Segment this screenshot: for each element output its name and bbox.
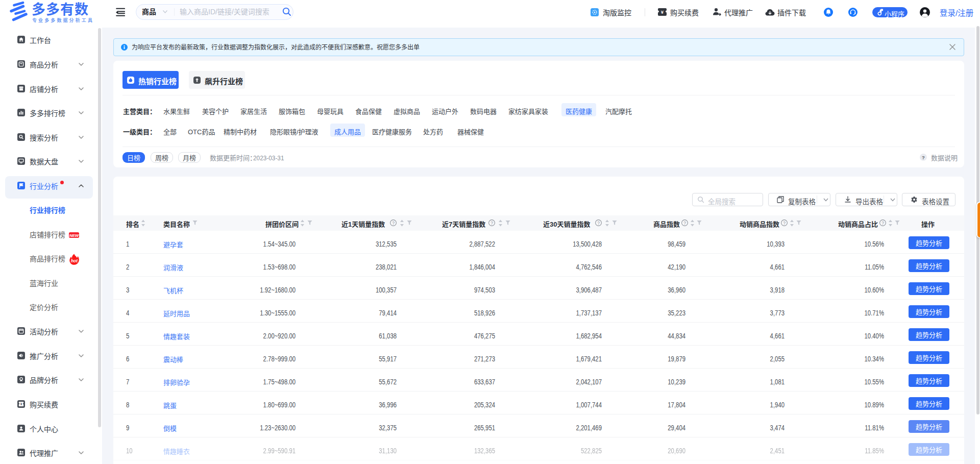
svg-text:?: ? xyxy=(597,221,600,226)
svg-text:?: ? xyxy=(491,221,493,226)
svg-text:?: ? xyxy=(922,155,925,160)
svg-text:¥: ¥ xyxy=(661,9,664,15)
svg-text:?: ? xyxy=(881,221,884,226)
svg-text:?: ? xyxy=(683,221,686,226)
svg-text:?: ? xyxy=(783,221,786,226)
svg-text:¥: ¥ xyxy=(20,402,22,406)
svg-text:hot: hot xyxy=(71,258,78,263)
svg-text:?: ? xyxy=(392,221,395,226)
